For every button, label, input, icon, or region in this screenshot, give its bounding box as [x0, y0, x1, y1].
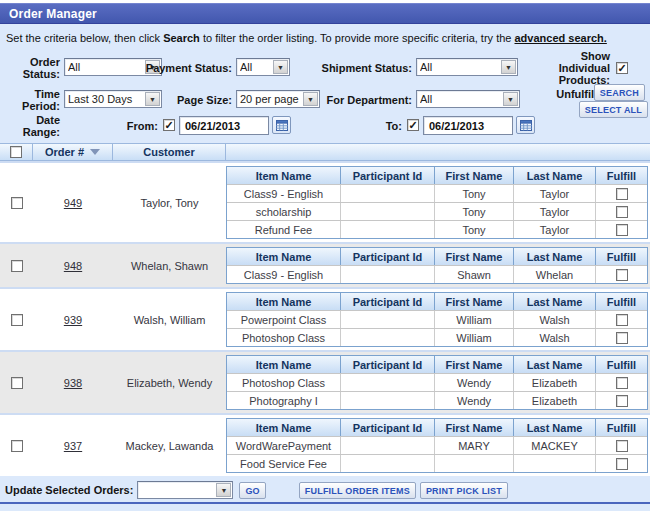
fulfill-cell [596, 311, 647, 328]
first-name-cell: Wendy [435, 374, 514, 391]
participant-id-header: Participant Id [341, 293, 435, 310]
order-number-link[interactable]: 948 [64, 260, 82, 272]
participant-id-header: Participant Id [341, 419, 435, 436]
intro-pre: Set the criteria below, then click [6, 32, 163, 44]
order-select-checkbox[interactable] [11, 377, 23, 389]
for-department-value: All [420, 93, 502, 105]
calendar-icon[interactable] [272, 116, 291, 134]
order-row: 938Elizabeth, WendyItem NameParticipant … [0, 352, 650, 413]
item-name-header: Item Name [227, 293, 341, 310]
participant-id-cell [341, 311, 435, 328]
customer-name: Walsh, William [113, 314, 226, 326]
order-select-checkbox[interactable] [11, 314, 23, 326]
shipment-status-select[interactable]: All ▼ [416, 58, 518, 76]
last-name-header: Last Name [514, 356, 596, 373]
filter-panel: Order Status: All ▼ Payment Status: All … [0, 50, 650, 143]
orders-header-row: Order # Customer [0, 143, 650, 161]
date-from-input[interactable]: 06/21/2013 [179, 116, 269, 135]
payment-status-select[interactable]: All ▼ [236, 58, 290, 76]
participant-id-header: Participant Id [341, 167, 435, 184]
fulfill-header: Fulfill [596, 356, 647, 373]
date-to-input[interactable]: 06/21/2013 [423, 116, 513, 135]
calendar-icon[interactable] [516, 116, 535, 134]
show-individual-label: Show Individual Products: [536, 50, 610, 86]
fulfill-checkbox[interactable] [616, 440, 628, 452]
search-button[interactable]: SEARCH [594, 84, 645, 101]
first-name-cell: Wendy [435, 392, 514, 409]
item-name-cell: Class9 - English [227, 185, 341, 202]
order-number-cell: 939 [33, 314, 113, 326]
select-all-header-cell [0, 144, 33, 160]
item-header-row: Item NameParticipant IdFirst NameLast Na… [227, 248, 647, 265]
order-select-checkbox[interactable] [11, 197, 23, 209]
date-to-checkbox[interactable]: ✓ [407, 119, 419, 131]
fulfill-checkbox[interactable] [616, 377, 628, 389]
fulfill-checkbox[interactable] [616, 224, 628, 236]
intro-search-word: Search [163, 32, 200, 44]
item-row: Powerpoint ClassWilliamWalsh [227, 310, 647, 328]
order-select-checkbox[interactable] [11, 260, 23, 272]
participant-id-cell [341, 185, 435, 202]
fulfill-cell [596, 455, 647, 472]
order-select-cell [0, 377, 33, 389]
update-selected-orders-select[interactable]: ▼ [137, 481, 233, 499]
fulfill-checkbox[interactable] [616, 332, 628, 344]
item-name-header: Item Name [227, 248, 341, 265]
order-select-checkbox[interactable] [11, 440, 23, 452]
order-select-cell [0, 260, 33, 272]
first-name-cell [435, 455, 514, 472]
last-name-cell: Elizabeth [514, 392, 596, 409]
intro-text: Set the criteria below, then click Searc… [0, 24, 650, 50]
first-name-cell: William [435, 329, 514, 346]
last-name-header: Last Name [514, 167, 596, 184]
payment-status-value: All [240, 61, 272, 73]
order-number-link[interactable]: 938 [64, 377, 82, 389]
fulfill-checkbox[interactable] [616, 188, 628, 200]
fulfill-checkbox[interactable] [616, 206, 628, 218]
chevron-down-icon: ▼ [503, 92, 518, 106]
header-select-checkbox[interactable] [10, 146, 22, 158]
fulfill-checkbox[interactable] [616, 314, 628, 326]
advanced-search-link[interactable]: advanced search. [515, 32, 607, 44]
show-individual-checkbox[interactable]: ✓ [616, 62, 628, 74]
fulfill-header: Fulfill [596, 293, 647, 310]
chevron-down-icon: ▼ [303, 92, 318, 106]
date-from-checkbox[interactable]: ✓ [163, 119, 175, 131]
order-status-label: Order Status: [2, 56, 60, 80]
order-select-cell [0, 314, 33, 326]
first-name-header: First Name [435, 356, 514, 373]
item-row: WordWarePaymentMARYMACKEY [227, 436, 647, 454]
item-header-row: Item NameParticipant IdFirst NameLast Na… [227, 293, 647, 310]
print-pick-list-button[interactable]: PRINT PICK LIST [420, 482, 508, 499]
chevron-down-icon: ▼ [501, 60, 516, 74]
order-number-link[interactable]: 937 [64, 440, 82, 452]
order-number-link[interactable]: 949 [64, 197, 82, 209]
last-name-header: Last Name [514, 419, 596, 436]
fulfill-order-items-button[interactable]: FULFILL ORDER ITEMS [299, 482, 416, 499]
select-all-button[interactable]: SELECT ALL [579, 101, 648, 118]
item-row: Food Service Fee [227, 454, 647, 472]
last-name-header: Last Name [514, 248, 596, 265]
item-row: Photography IWendyElizabeth [227, 391, 647, 409]
customer-header: Customer [113, 144, 226, 160]
order-number-link[interactable]: 939 [64, 314, 82, 326]
order-number-header[interactable]: Order # [33, 144, 113, 160]
participant-id-cell [341, 329, 435, 346]
order-row: 949Taylor, TonyItem NameParticipant IdFi… [0, 163, 650, 242]
fulfill-checkbox[interactable] [616, 458, 628, 470]
order-select-cell [0, 197, 33, 209]
fulfill-checkbox[interactable] [616, 395, 628, 407]
page-size-select[interactable]: 20 per page ▼ [236, 90, 320, 108]
order-row: 939Walsh, WilliamItem NameParticipant Id… [0, 289, 650, 350]
go-button[interactable]: GO [239, 482, 265, 499]
fulfill-header: Fulfill [596, 167, 647, 184]
last-name-cell: Walsh [514, 329, 596, 346]
order-list: 949Taylor, TonyItem NameParticipant IdFi… [0, 161, 650, 476]
item-name-cell: Class9 - English [227, 266, 341, 283]
footer-actions: Update Selected Orders: ▼ GO FULFILL ORD… [0, 478, 650, 502]
for-department-select[interactable]: All ▼ [416, 90, 520, 108]
item-name-cell: Photoshop Class [227, 374, 341, 391]
participant-id-cell [341, 203, 435, 220]
fulfill-checkbox[interactable] [616, 269, 628, 281]
item-row: Class9 - EnglishShawnWhelan [227, 265, 647, 283]
